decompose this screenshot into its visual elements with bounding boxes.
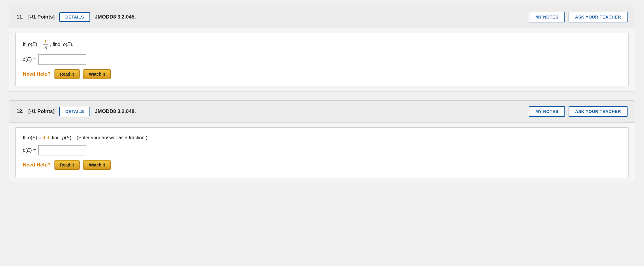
fraction-denominator: 8	[43, 45, 48, 50]
question-11-answer-row: o(E) =	[23, 54, 621, 65]
question-11-answer-input[interactable]	[38, 54, 86, 65]
question-11-answer-label: o(E) =	[23, 57, 36, 62]
question-11-need-help-label: Need Help?	[23, 71, 51, 77]
question-12-header: 12. [-/1 Points] DETAILS JMODD8 3.2.048.…	[9, 101, 635, 123]
question-12-read-it-button[interactable]: Read It	[54, 160, 80, 170]
question-11-block: 11. [-/1 Points] DETAILS JMODD8 3.2.045.…	[9, 6, 635, 91]
question-12-need-help-row: Need Help? Read It Watch It	[23, 160, 621, 170]
question-11-points: [-/1 Points]	[28, 14, 55, 20]
question-11-header-buttons: MY NOTES ASK YOUR TEACHER	[529, 12, 628, 22]
question-11-read-it-button[interactable]: Read It	[54, 69, 80, 79]
problem-12-note: (Enter your answer as a fraction.)	[77, 135, 148, 140]
question-11-body: If p(E) = 1 8 , find o(E). o(E) = Need H…	[15, 33, 629, 86]
question-12-header-buttons: MY NOTES ASK YOUR TEACHER	[529, 106, 628, 117]
question-11-ask-teacher-button[interactable]: ASK YOUR TEACHER	[569, 12, 628, 22]
question-11-number: 11.	[16, 14, 24, 20]
question-12-body: If o(E) = 4:9, find p(E). (Enter your an…	[15, 127, 629, 177]
question-12-need-help-label: Need Help?	[23, 162, 51, 168]
question-12-answer-row: p(E) =	[23, 145, 621, 155]
fraction-1-over-8: 1 8	[43, 39, 48, 50]
question-11-my-notes-button[interactable]: MY NOTES	[529, 12, 565, 22]
question-12-number: 12.	[16, 108, 24, 114]
problem-12-line1: If o(E) = 4:9, find p(E). (Enter your an…	[23, 135, 148, 140]
question-12-problem-text: If o(E) = 4:9, find p(E). (Enter your an…	[23, 134, 621, 142]
question-11-need-help-row: Need Help? Read It Watch It	[23, 69, 621, 79]
question-12-my-notes-button[interactable]: MY NOTES	[529, 106, 565, 117]
question-12-details-button[interactable]: DETAILS	[59, 107, 90, 116]
question-11-header: 11. [-/1 Points] DETAILS JMODD8 3.2.045.…	[9, 6, 635, 28]
problem-12-ratio: 4:9	[42, 135, 49, 140]
question-12-answer-label: p(E) =	[23, 148, 36, 153]
question-12-block: 12. [-/1 Points] DETAILS JMODD8 3.2.048.…	[9, 100, 635, 182]
question-12-ask-teacher-button[interactable]: ASK YOUR TEACHER	[569, 106, 628, 117]
problem-11-suffix: , find o(E).	[50, 42, 73, 47]
question-12-problem-id: JMODD8 3.2.048.	[95, 108, 524, 114]
question-11-problem-id: JMODD8 3.2.045.	[95, 14, 524, 20]
question-11-details-button[interactable]: DETAILS	[59, 12, 90, 22]
question-12-watch-it-button[interactable]: Watch It	[83, 160, 111, 170]
fraction-numerator: 1	[43, 39, 48, 45]
problem-11-prefix: If p(E) =	[23, 42, 42, 47]
question-12-points: [-/1 Points]	[28, 108, 55, 114]
question-11-watch-it-button[interactable]: Watch It	[83, 69, 111, 79]
question-11-problem-text: If p(E) = 1 8 , find o(E).	[23, 39, 621, 50]
question-12-answer-input[interactable]	[38, 145, 86, 155]
